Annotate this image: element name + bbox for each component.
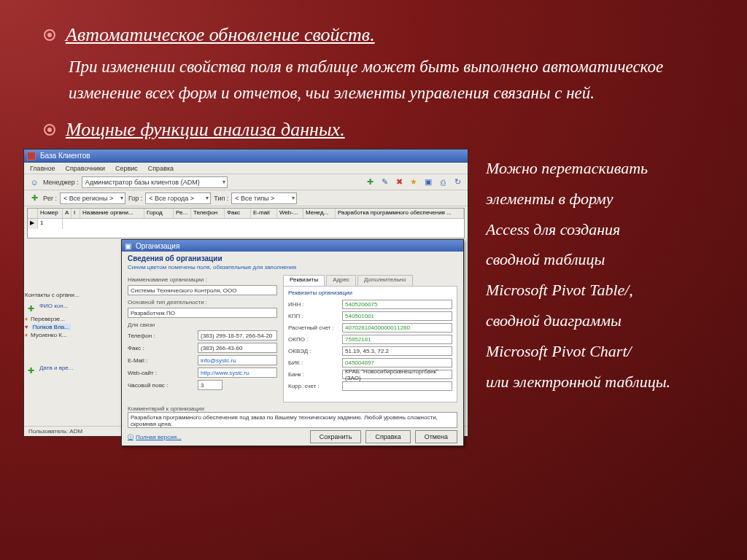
org-grid[interactable]: Номер А I Название органи... Город Ре...… <box>27 208 465 238</box>
dialog-subheading: Синим цветом помечены поля, обязательные… <box>128 264 457 271</box>
heading-analysis: Мощные функции анализа данных. <box>66 117 345 143</box>
web-label: Web-сайт : <box>128 370 195 376</box>
dialog-heading: Сведения об организации <box>128 254 457 262</box>
tip-label: Тип : <box>214 195 228 202</box>
add-icon[interactable]: ✚ <box>25 365 36 376</box>
add-icon[interactable]: ✚ <box>364 176 376 188</box>
list-item[interactable]: Мусиенко К... <box>31 332 67 338</box>
app-icon <box>27 152 36 160</box>
menubar[interactable]: Главное Справочники Сервис Справка <box>24 163 468 174</box>
history-header: Дата и вре... <box>39 365 73 376</box>
contacts-panel: Контакты с органи... ✚ ФИО кон... ♦Перев… <box>25 291 120 377</box>
status-user: Пользователь: ADM <box>28 428 82 435</box>
save-button[interactable]: Сохранить <box>310 430 362 443</box>
bik-input[interactable]: 045004897 <box>342 358 452 368</box>
bank-label: Банк : <box>288 371 339 378</box>
org-type-input[interactable]: Разработчик ПО <box>128 308 277 318</box>
okpo-input[interactable]: 75852181 <box>342 335 452 344</box>
tip-select[interactable]: < Все типы > <box>231 192 297 204</box>
dialog-titlebar[interactable]: ▣ Организация <box>122 240 463 252</box>
dialog-icon: ▣ <box>125 242 131 250</box>
dialog-title: Организация <box>136 242 179 250</box>
list-item[interactable]: Попков Вла... <box>31 324 71 330</box>
print-icon[interactable]: ⎙ <box>437 176 449 188</box>
full-version-link[interactable]: ⓘ Полная версия... <box>128 433 182 441</box>
email-label: E-Mail : <box>128 357 195 364</box>
heading-auto-update: Автоматическое обновление свойств. <box>66 22 375 48</box>
grid-row[interactable]: ▶ 1 <box>28 219 464 229</box>
tab-address[interactable]: Адрес <box>326 275 356 287</box>
fio-col: ФИО кон... <box>39 303 68 314</box>
info-icon: ⓘ <box>128 433 133 441</box>
email-input[interactable]: info@systc.ru <box>198 355 277 365</box>
per-select[interactable]: < Все регионы > <box>60 192 125 204</box>
inn-label: ИНН : <box>288 301 339 308</box>
manager-label: Менеджер : <box>43 179 79 186</box>
web-input[interactable]: http://www.systc.ru <box>198 368 277 378</box>
star-icon[interactable]: ★ <box>408 176 419 188</box>
kpp-label: КПП : <box>288 313 339 319</box>
app-titlebar[interactable]: База Клиентов <box>24 149 468 163</box>
ks-label: Корр. счет : <box>288 383 339 389</box>
tab-requisites[interactable]: Реквизиты <box>283 275 325 287</box>
folder-icon[interactable]: ▣ <box>422 176 434 188</box>
contact-group-label: Для связи <box>128 322 277 328</box>
add2-icon[interactable]: ✚ <box>28 192 40 204</box>
user-icon: ☺ <box>28 176 40 188</box>
rs-label: Расчетный счет : <box>288 324 339 331</box>
list-item[interactable]: Переверзе... <box>31 316 65 322</box>
tel-label: Телефон : <box>128 332 195 339</box>
tab-extra[interactable]: Дополнительно <box>357 275 413 287</box>
per-label: Per : <box>43 195 57 202</box>
rs-input[interactable]: 40702810400000011280 <box>342 323 452 332</box>
org-name-input[interactable]: Системы Технического Контроля, ООО <box>128 285 277 295</box>
bullet-icon <box>44 124 55 136</box>
app-title: База Клиентов <box>40 152 90 160</box>
bank-input[interactable]: КРАБ "Новосибирсквнешторгбанк" (ЗАО) <box>342 370 452 379</box>
inn-input[interactable]: 5405206075 <box>342 300 452 309</box>
help-button[interactable]: Справка <box>365 430 410 443</box>
fax-label: Факс : <box>128 345 195 351</box>
menu-dicts[interactable]: Справочники <box>65 165 105 172</box>
menu-service[interactable]: Сервис <box>115 165 138 172</box>
comment-label: Комментарий к организации <box>128 405 457 412</box>
tel-input[interactable]: (383) 299-18-57, 266-54-20 <box>198 330 277 341</box>
delete-icon[interactable]: ✖ <box>393 176 405 188</box>
req-group-label: Реквизиты организации <box>288 289 452 296</box>
toolbar-filter: ✚ Per : < Все регионы > Гор : < Все горо… <box>24 190 468 206</box>
gor-label: Гор : <box>128 195 142 202</box>
paragraph-analysis: Можно перетаскивать элементы в форму Acc… <box>486 149 670 437</box>
manager-select[interactable]: Администратор базы клиентов (ADM) <box>82 176 228 188</box>
comment-input[interactable]: Разработка программного обеспечения под … <box>128 412 457 428</box>
gor-select[interactable]: < Все города > <box>145 192 211 204</box>
okved-label: ОКВЭД : <box>288 348 339 354</box>
kpp-input[interactable]: 540501001 <box>342 311 452 321</box>
okved-input[interactable]: 51.19, 45.3, 72.2 <box>342 346 452 356</box>
cancel-button[interactable]: Отмена <box>415 430 457 443</box>
fax-input[interactable]: (383) 266-43-60 <box>198 343 277 353</box>
menu-help[interactable]: Справка <box>148 165 174 172</box>
okpo-label: ОКПО : <box>288 336 339 343</box>
grid-header: Номер А I Название органи... Город Ре...… <box>28 209 464 219</box>
toolbar-manager: ☺ Менеджер : Администратор базы клиентов… <box>24 174 468 190</box>
org-type-label: Основной тип деятельности : <box>128 299 277 306</box>
refresh-icon[interactable]: ↻ <box>452 176 463 188</box>
paragraph-auto-update: При изменении свойства поля в таблице мо… <box>69 54 711 106</box>
contacts-header: Контакты с органи... <box>25 291 120 299</box>
bik-label: БИК : <box>288 359 339 366</box>
add-icon[interactable]: ✚ <box>25 303 36 314</box>
tz-label: Часовой пояс : <box>128 382 195 389</box>
bullet-icon <box>44 29 55 41</box>
menu-main[interactable]: Главное <box>30 165 55 172</box>
tz-input[interactable]: 3 <box>198 380 222 390</box>
org-name-label: Наименование организации : <box>128 276 277 283</box>
edit-icon[interactable]: ✎ <box>379 176 390 188</box>
org-dialog: ▣ Организация Сведения об организации Си… <box>121 239 464 446</box>
ks-input[interactable] <box>342 381 452 391</box>
